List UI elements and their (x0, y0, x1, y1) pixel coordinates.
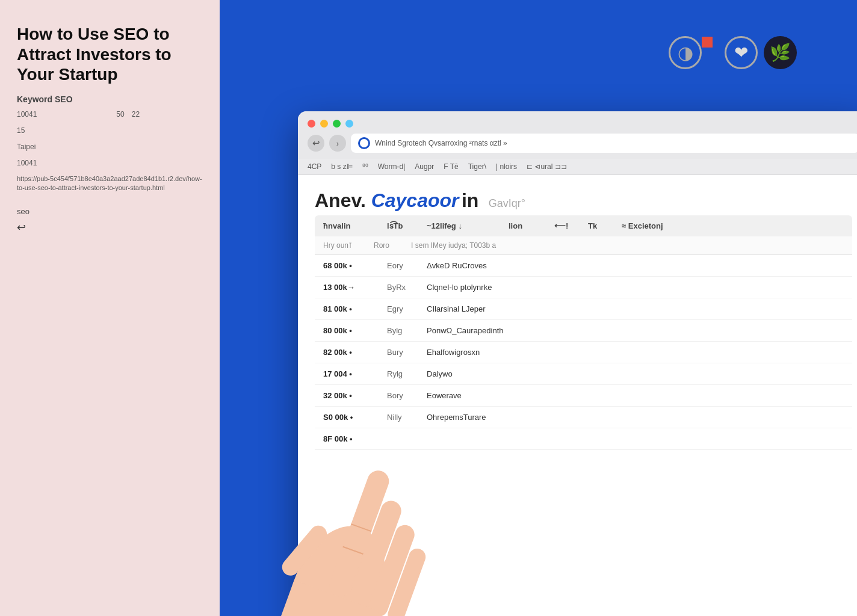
row-desc-1: ΔvkeD RuCroves (427, 261, 844, 270)
row-diff-3: Egry (387, 304, 417, 313)
deco-dot-red (702, 37, 713, 48)
col-header-invalid: ħnvalin (323, 221, 377, 230)
page-heading-rest: in (462, 189, 478, 211)
bookmark-label-5: Augpr (415, 162, 434, 171)
bookmark-label-8: | nloirs (496, 162, 517, 171)
bookmark-label-7: Tiger\ (468, 162, 486, 171)
subheader-col2: Roro (374, 241, 389, 250)
sidebar-title: How to Use SEO to Attract Investors to Y… (17, 24, 203, 85)
traffic-light-yellow[interactable] (320, 120, 328, 128)
traffic-light-red[interactable] (308, 120, 315, 128)
bookmark-6[interactable]: F Tē (444, 162, 458, 171)
bookmark-9[interactable]: ⊏ ⊲ural ⊐⊐ (527, 162, 567, 171)
bookmark-8[interactable]: | nloirs (496, 162, 517, 171)
bookmark-3[interactable]: ⁸⁰ (362, 162, 368, 171)
row-volume-6: 17 004 • (323, 369, 377, 378)
data-table: ħnvalin ls͡Tb ~12lifeg ↓ lion ⟵! Tk ≈ Ex… (315, 215, 852, 450)
table-row: 17 004 • Rylg Dalywo (315, 363, 852, 385)
browser-window: ↩ › Wnind Sgrotech Qvsarroxing ²rnats αz… (298, 111, 857, 616)
sidebar-keyword: Keyword SEO (17, 94, 203, 104)
row-volume-7: 32 00k • (323, 391, 377, 400)
table-row: 68 00k • Eory ΔvkeD RuCroves (315, 255, 852, 277)
bookmark-label-4: Worm-d| (378, 162, 406, 171)
row-desc-3: CIlarsinal LJeper (427, 304, 844, 313)
bookmark-4[interactable]: Worm-d| (378, 162, 406, 171)
bookmark-2[interactable]: b s z⊫ (331, 162, 352, 171)
browser-toolbar: ↩ › Wnind Sgrotech Qvsarroxing ²rnats αz… (308, 134, 857, 159)
subheader-col3: I sem IMey iudya; T003b a (411, 241, 496, 250)
deco-icon-2: ❤ (725, 36, 758, 69)
col-header-lifecycle: ~12lifeg ↓ (427, 221, 499, 230)
sidebar-meta-line2: 15 (17, 125, 203, 137)
col-header-arrow: ⟵! (554, 221, 578, 230)
row-desc-2: ClqneI-lo ptolynrke (427, 283, 844, 292)
bookmark-label-9: ⊏ ⊲ural ⊐⊐ (527, 162, 567, 171)
table-row: S0 00k • Nilly OhrepemsTurare (315, 407, 852, 428)
row-desc-5: Ehalfowigrosxn (427, 348, 844, 357)
table-row: 81 00k • Egry CIlarsinal LJeper (315, 298, 852, 320)
nav-back-button[interactable]: ↩ (308, 135, 324, 152)
bookmark-5[interactable]: Augpr (415, 162, 434, 171)
nav-forward-button[interactable]: › (329, 135, 346, 152)
address-text: Wnind Sgrotech Qvsarroxing ²rnats αztl » (375, 139, 507, 147)
sidebar-meta-line1: 10041 50 22 (17, 109, 203, 120)
bookmark-label-6: F Tē (444, 162, 458, 171)
top-icons: ◑ ❤ 🌿 (669, 36, 797, 69)
table-header: ħnvalin ls͡Tb ~12lifeg ↓ lion ⟵! Tk ≈ Ex… (315, 215, 852, 236)
page-heading-black: Anev. (315, 189, 371, 211)
row-diff-8: Nilly (387, 413, 417, 422)
row-volume-5: 82 00k • (323, 348, 377, 357)
row-volume-1: 68 00k • (323, 261, 377, 270)
row-diff-7: Bory (387, 391, 417, 400)
row-diff-2: ByRx (387, 283, 417, 292)
row-diff-6: Rylg (387, 369, 417, 378)
page-heading-row: Anev. Caycaoor in GavIqr° (315, 189, 852, 212)
sidebar-meta-line4: 10041 (17, 158, 203, 169)
table-subheader: Hry oun⊺ Roro I sem IMey iudya; T003b a (315, 236, 852, 255)
table-row: 8F 00k • (315, 428, 852, 450)
bookmark-label-2: b s z⊫ (331, 162, 352, 171)
col-header-tk: Tk (588, 221, 612, 230)
row-volume-8: S0 00k • (323, 413, 377, 422)
row-desc-8: OhrepemsTurare (427, 413, 844, 422)
row-volume-3: 81 00k • (323, 304, 377, 313)
traffic-light-blue (345, 120, 353, 128)
row-diff-1: Eory (387, 261, 417, 270)
row-volume-4: 80 00k • (323, 326, 377, 335)
page-heading-blue: Caycaoor (371, 189, 459, 211)
sidebar-meta-line3: Taipei (17, 141, 203, 153)
table-row: 82 00k • Bury Ehalfowigrosxn (315, 342, 852, 363)
row-desc-4: PonwΩ_Caurapedinth (427, 326, 844, 335)
page-subheading: GavIqr° (489, 197, 525, 209)
col-header-lion: lion (509, 221, 545, 230)
address-circle-icon (358, 137, 370, 149)
row-desc-7: Eowerave (427, 391, 844, 400)
bookmark-label-3: ⁸⁰ (362, 162, 368, 171)
address-bar[interactable]: Wnind Sgrotech Qvsarroxing ²rnats αztl » (351, 134, 857, 153)
traffic-lights (308, 120, 857, 128)
row-diff-4: Bylg (387, 326, 417, 335)
sidebar-tag-icon: ↩ (17, 221, 203, 234)
traffic-light-green[interactable] (333, 120, 341, 128)
row-volume-9: 8F 00k • (323, 434, 377, 443)
table-row: 13 00k→ ByRx ClqneI-lo ptolynrke (315, 277, 852, 298)
main-area: ◑ ❤ 🌿 ↩ › Wnind Sgrotech Qvsarroxing ²rn… (220, 0, 857, 616)
table-row: 80 00k • Bylg PonwΩ_Caurapedinth (315, 320, 852, 342)
row-desc-6: Dalywo (427, 369, 844, 378)
browser-content: Anev. Caycaoor in GavIqr° ħnvalin ls͡Tb … (298, 175, 857, 616)
deco-icon-1: ◑ (669, 36, 702, 69)
col-header-lb: ls͡Tb (387, 221, 417, 230)
row-diff-5: Bury (387, 348, 417, 357)
browser-chrome: ↩ › Wnind Sgrotech Qvsarroxing ²rnats αz… (298, 111, 857, 159)
sidebar: How to Use SEO to Attract Investors to Y… (0, 0, 220, 616)
bookmarks-bar: 4CP b s z⊫ ⁸⁰ Worm-d| Augpr F Tē Tiger\ … (298, 159, 857, 175)
col-header-excietonj: ≈ Excietonj (622, 221, 844, 230)
sidebar-url: https://pub-5c454f571b8e40a3a2aad27ade84… (17, 174, 203, 193)
bookmark-label-1: 4CP (308, 162, 321, 171)
sidebar-tag: seo (17, 207, 203, 216)
deco-icon-3: 🌿 (764, 36, 797, 69)
row-volume-2: 13 00k→ (323, 283, 377, 292)
table-row: 32 00k • Bory Eowerave (315, 385, 852, 407)
bookmark-7[interactable]: Tiger\ (468, 162, 486, 171)
bookmark-1[interactable]: 4CP (308, 162, 321, 171)
